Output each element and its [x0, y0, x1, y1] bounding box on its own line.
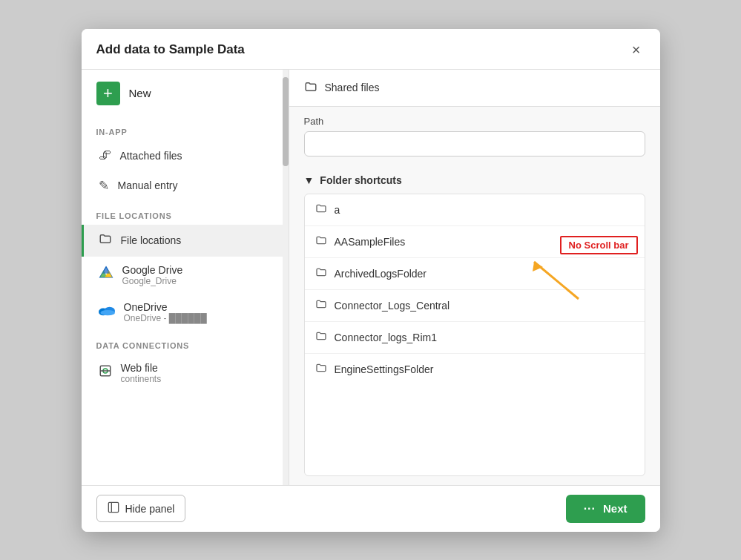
- google-drive-sub: Google_Drive: [122, 276, 183, 286]
- web-file-sub: continents: [121, 374, 162, 384]
- folder-list[interactable]: a AASampleFiles: [304, 194, 645, 476]
- add-data-dialog: Add data to Sample Data × + New IN-APP 🖇…: [82, 29, 660, 532]
- path-input[interactable]: [304, 131, 645, 157]
- folder-item-archivedlogs[interactable]: ArchivedLogsFolder: [305, 258, 645, 290]
- hide-panel-icon: [108, 501, 119, 515]
- path-label: Path: [304, 116, 645, 127]
- section-label-inapp: IN-APP: [82, 117, 289, 141]
- sidebar-item-google-drive[interactable]: Google Drive Google_Drive: [82, 257, 289, 294]
- next-label: Next: [603, 502, 628, 515]
- onedrive-icon: [99, 304, 115, 320]
- sidebar-item-attached-files[interactable]: 🖇 Attached files: [82, 141, 289, 171]
- dialog-title: Add data to Sample Data: [96, 42, 245, 57]
- web-file-label: Web file: [121, 362, 162, 374]
- svg-marker-3: [102, 267, 110, 274]
- hide-panel-button[interactable]: Hide panel: [96, 495, 186, 522]
- google-drive-icon: [99, 266, 113, 284]
- dialog-footer: Hide panel ··· Next: [82, 485, 660, 532]
- folder-name-a: a: [335, 204, 340, 216]
- manual-entry-label: Manual entry: [118, 179, 178, 191]
- close-button[interactable]: ×: [628, 41, 645, 59]
- onedrive-label: OneDrive: [124, 301, 207, 313]
- folder-item-enginesettings[interactable]: EngineSettingsFolder: [305, 354, 645, 385]
- shared-files-folder-icon: [304, 80, 317, 96]
- shared-files-row: Shared files: [289, 70, 660, 107]
- onedrive-sub: OneDrive - ██████: [124, 313, 207, 323]
- svg-rect-12: [108, 502, 118, 512]
- folder-icon-enginesettings: [315, 362, 327, 377]
- folder-shortcuts-label: Folder shortcuts: [320, 174, 401, 186]
- folder-name-aasamplefiles: AASampleFiles: [335, 236, 406, 248]
- folder-shortcuts-section: ▼ Folder shortcuts a: [304, 165, 645, 485]
- left-panel-scroll[interactable]: + New IN-APP 🖇 Attached files ✎ Manual e…: [82, 70, 289, 485]
- new-button[interactable]: + New: [82, 70, 289, 117]
- folder-name-archivedlogs: ArchivedLogsFolder: [335, 268, 427, 280]
- google-drive-info: Google Drive Google_Drive: [122, 264, 183, 286]
- folder-name-enginesettings: EngineSettingsFolder: [335, 363, 434, 375]
- pencil-icon: ✎: [99, 178, 109, 194]
- new-plus-icon: +: [96, 82, 120, 105]
- folder-item-aasamplefiles[interactable]: AASampleFiles: [305, 226, 645, 258]
- right-panel: Shared files Path ▼ Folder shortcuts: [289, 70, 660, 485]
- sidebar-item-onedrive[interactable]: OneDrive OneDrive - ██████: [82, 294, 289, 331]
- folder-item-connector-logs-rim1[interactable]: Connector_logs_Rim1: [305, 322, 645, 354]
- hide-panel-label: Hide panel: [125, 503, 175, 515]
- folder-item-connector-logs-central[interactable]: Connector_Logs_Central: [305, 290, 645, 322]
- dots-icon: ···: [584, 502, 596, 515]
- svg-point-6: [100, 310, 115, 315]
- folder-icon: [99, 232, 112, 249]
- folder-icon-connector-logs-central: [315, 298, 327, 313]
- left-scrollbar-track: [283, 70, 289, 485]
- sidebar-item-manual-entry[interactable]: ✎ Manual entry: [82, 171, 289, 201]
- attached-files-label: Attached files: [120, 150, 182, 162]
- dialog-header: Add data to Sample Data ×: [82, 29, 660, 70]
- google-drive-label: Google Drive: [122, 264, 183, 276]
- section-label-file-locations: FILE LOCATIONS: [82, 201, 289, 225]
- sidebar-item-web-file[interactable]: Web file continents: [82, 355, 289, 392]
- path-section: Path: [289, 107, 660, 165]
- web-file-icon: [99, 364, 112, 381]
- folder-name-connector-logs-rim1: Connector_logs_Rim1: [335, 332, 438, 343]
- onedrive-info: OneDrive OneDrive - ██████: [124, 301, 207, 323]
- web-file-info: Web file continents: [121, 362, 162, 384]
- new-button-label: New: [129, 87, 151, 99]
- folder-icon-archivedlogs: [315, 266, 327, 281]
- file-locations-label: File locations: [121, 234, 182, 246]
- folder-shortcuts-header[interactable]: ▼ Folder shortcuts: [304, 165, 645, 194]
- folder-icon-connector-logs-rim1: [315, 330, 327, 345]
- folder-item-a[interactable]: a: [305, 194, 645, 226]
- folder-icon-aasamplefiles: [315, 234, 327, 249]
- left-scrollbar-thumb[interactable]: [283, 77, 289, 166]
- left-panel: + New IN-APP 🖇 Attached files ✎ Manual e…: [82, 70, 289, 485]
- folder-icon-a: [315, 202, 327, 217]
- shared-files-label: Shared files: [325, 82, 380, 93]
- paperclip-icon: 🖇: [99, 148, 111, 163]
- collapse-chevron-icon: ▼: [304, 174, 314, 186]
- section-label-data-connections: DATA CONNECTIONS: [82, 331, 289, 355]
- sidebar-item-file-locations[interactable]: File locations: [82, 225, 289, 257]
- next-button[interactable]: ··· Next: [566, 495, 645, 523]
- dialog-body: + New IN-APP 🖇 Attached files ✎ Manual e…: [82, 70, 660, 485]
- folder-name-connector-logs-central: Connector_Logs_Central: [335, 300, 450, 312]
